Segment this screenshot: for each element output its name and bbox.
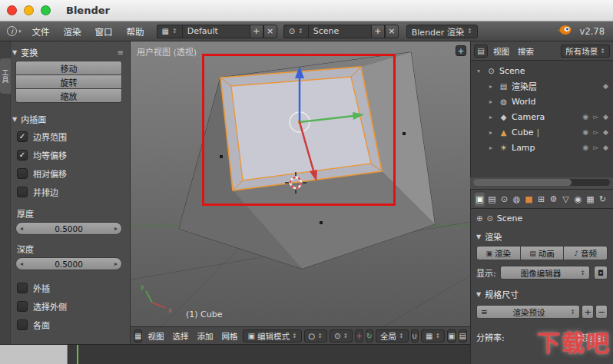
renderability-icon[interactable]: ◆ [603,82,608,90]
selectability-icon[interactable]: ▻ [593,128,598,136]
tab-world[interactable]: ◍ [511,191,522,207]
slider-right-arrow-icon[interactable]: ▸ [114,260,118,267]
checkbox[interactable]: ✓ [17,187,28,197]
checkbox[interactable]: ✓ [17,131,28,142]
outliner-horizontal-scrollbar[interactable] [473,179,610,186]
renderability-icon[interactable]: ◆ [603,144,608,151]
checkbox-row-edge-rail[interactable]: ✓ 并排边 [17,184,128,200]
menu-view[interactable]: 视图 [144,329,167,342]
remove-preset-button[interactable]: − [595,305,608,319]
zoom-window-button[interactable] [41,5,51,15]
tab-modifiers[interactable]: ⚙ [548,191,559,207]
add-preset-button[interactable]: + [582,305,594,319]
translate-button[interactable]: 移动 [15,61,122,75]
slider-right-arrow-icon[interactable]: ▸ [114,225,118,232]
chevron-right-icon[interactable]: ▸ [489,114,495,121]
panel-menu-icon[interactable]: ≡ [118,48,124,57]
tab-physics[interactable]: ↻ [597,191,608,207]
checkbox-row-boundary[interactable]: ✓ 边界范围 [17,128,128,144]
manipulator-translate-toggle[interactable]: + [355,329,363,342]
render-opengl-button[interactable]: ▣ [447,329,456,342]
checkbox[interactable]: ✓ [17,319,28,330]
checkbox[interactable]: ✓ [17,168,28,179]
menu-window[interactable]: 窗口 [89,24,119,39]
outliner-display-mode-selector[interactable]: 所有场景 ↕ [561,45,610,58]
tab-scene[interactable]: ⊙ [499,191,510,207]
region-expand-icon[interactable]: + [456,45,466,56]
tool-shelf-tab-tools[interactable]: 工具 [0,58,11,94]
lock-ui-button[interactable]: ◘ [594,266,608,280]
renderability-icon[interactable]: ◆ [603,128,608,136]
close-screen-button[interactable]: × [263,25,277,38]
tab-render[interactable]: ▣ [474,191,485,207]
checkbox[interactable]: ✓ [17,301,28,312]
manipulator-rotate-toggle[interactable]: ↻ [366,329,373,342]
pivot-selector[interactable]: ⊙ ↕ [330,329,353,342]
shading-selector[interactable]: ○ ↕ [304,329,327,342]
close-scene-button[interactable]: × [385,25,399,38]
editor-type-button[interactable]: ▦ [134,329,142,342]
thickness-slider[interactable]: ◂ 0.5000 ▸ [15,222,122,235]
menu-help[interactable]: 帮助 [121,24,151,39]
pin-icon[interactable]: ⊕ [476,214,482,223]
outliner-item-lamp[interactable]: ▸ ☀ Lamp ◉ ▻ ◆ [471,140,613,155]
menu-render[interactable]: 渲染 [58,24,88,39]
renderability-icon[interactable]: ◆ [603,113,608,121]
menu-mesh[interactable]: 网格 [218,329,240,342]
menu-file[interactable]: 文件 [26,24,56,39]
browse-screen-button[interactable]: ▦ ↕ [157,25,182,38]
close-window-button[interactable] [7,5,17,15]
outliner-menu-view[interactable]: 视图 [490,45,512,58]
snap-toggle[interactable]: ∪ [411,329,419,342]
chevron-right-icon[interactable]: ▸ [489,129,495,136]
tab-object-data[interactable]: ▽ [560,191,572,207]
chevron-right-icon[interactable]: ▸ [489,83,495,90]
timeline-playhead[interactable] [77,345,78,364]
add-scene-button[interactable]: + [371,25,385,38]
tab-constraints[interactable]: ⊞ [535,191,547,207]
editor-type-button[interactable]: ▤ [474,45,488,58]
mode-selector[interactable]: ▣ 编辑模式 ↕ [243,329,301,342]
visibility-eye-icon[interactable]: ◉ [582,144,588,151]
selectability-icon[interactable]: ▻ [593,144,598,151]
menu-add[interactable]: 添加 [194,329,216,342]
menu-select[interactable]: 选择 [169,329,191,342]
outliner-item-world[interactable]: ▸ ◍ World [471,94,613,109]
tab-material[interactable]: ◉ [572,191,584,207]
inset-panel-header[interactable]: ▼ 内插面 [12,112,128,126]
render-engine-selector[interactable]: Blender 渲染 ↕ [406,25,478,38]
scale-button[interactable]: 缩放 [15,88,122,103]
3d-viewport[interactable]: x y 用户视图 (透视) (1) Cube + [131,41,470,326]
snap-element-selector[interactable]: ▦ ↕ [421,329,445,342]
chevron-right-icon[interactable]: ▸ [489,144,495,151]
tab-render-layers[interactable]: ▤ [486,191,498,207]
checkbox-row-select-outer[interactable]: ✓ 选择外侧 [17,298,128,314]
checkbox[interactable]: ✓ [17,283,28,293]
visibility-eye-icon[interactable]: ◉ [582,128,588,136]
transform-panel-header[interactable]: ▼ 变换 ≡ [12,45,128,59]
display-mode-dropdown[interactable]: 图像编辑器 ↕ [500,266,590,280]
checkbox-row-individual[interactable]: ✓ 各面 [17,316,128,333]
outliner-item-renderlayers[interactable]: ▸ ▤ 渲染层 ◆ [471,78,613,94]
outliner-item-cube[interactable]: ▸ ▲ Cube | ◉ ▻ ◆ [471,124,613,140]
visibility-eye-icon[interactable]: ◉ [582,113,588,121]
minimize-window-button[interactable] [24,5,34,15]
animation-button[interactable]: ▤ 动画 [520,246,565,260]
scrollbar-thumb[interactable] [473,179,572,186]
orientation-selector[interactable]: 全局 ↕ [376,329,409,342]
render-presets-dropdown[interactable]: ≡ 渲染预设 ↕ [476,305,580,319]
outliner-menu-search[interactable]: 搜索 [515,45,537,58]
checkbox-row-offset-even[interactable]: ✓ 均等偏移 [17,147,128,163]
screen-layout-name[interactable]: Default [182,25,250,38]
browse-scene-button[interactable]: ⊙ ↕ [283,25,308,38]
render-panel-header[interactable]: ▼ 渲染 [476,230,608,243]
depth-slider[interactable]: ◂ 0.5000 ▸ [15,257,122,270]
selectability-icon[interactable]: ▻ [593,113,598,121]
render-opengl-anim-button[interactable]: ▤ [459,329,467,342]
tab-texture[interactable]: ▦ [585,191,596,207]
info-menu-button[interactable]: i ▾ [4,26,25,36]
scene-name[interactable]: Scene [308,25,371,38]
outliner-item-camera[interactable]: ▸ ◆ Camera ◉ ▻ ◆ [471,109,613,124]
checkbox[interactable]: ✓ [17,150,28,160]
audio-button[interactable]: ♪ 音频 [563,246,608,260]
